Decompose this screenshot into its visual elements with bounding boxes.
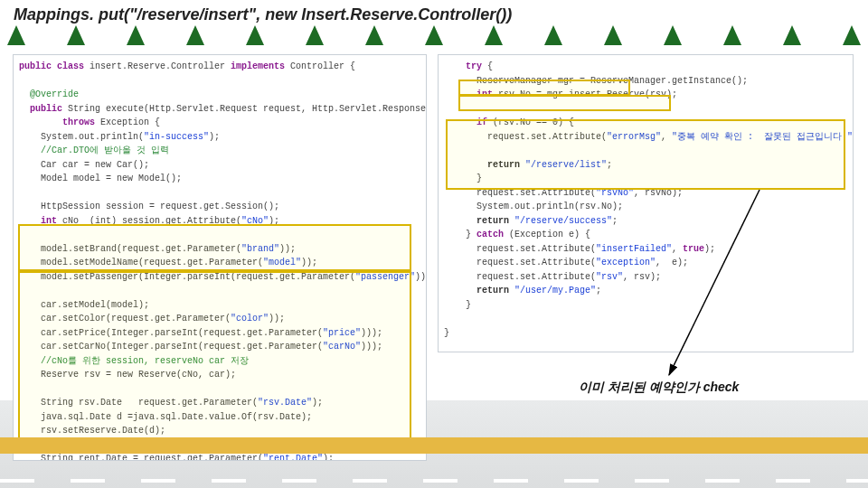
svg-line-0 <box>669 190 760 375</box>
decorative-trees <box>0 25 868 56</box>
decorative-road <box>0 479 868 483</box>
slide-title: Mappings. put("/reserve/insert", new Ins… <box>14 5 512 24</box>
highlight-box <box>458 80 630 96</box>
highlight-box <box>18 271 411 452</box>
annotation-arrow <box>651 185 778 384</box>
highlight-box <box>458 95 671 111</box>
highlight-box <box>446 119 845 190</box>
decorative-band <box>0 437 868 454</box>
highlight-box <box>18 224 411 271</box>
